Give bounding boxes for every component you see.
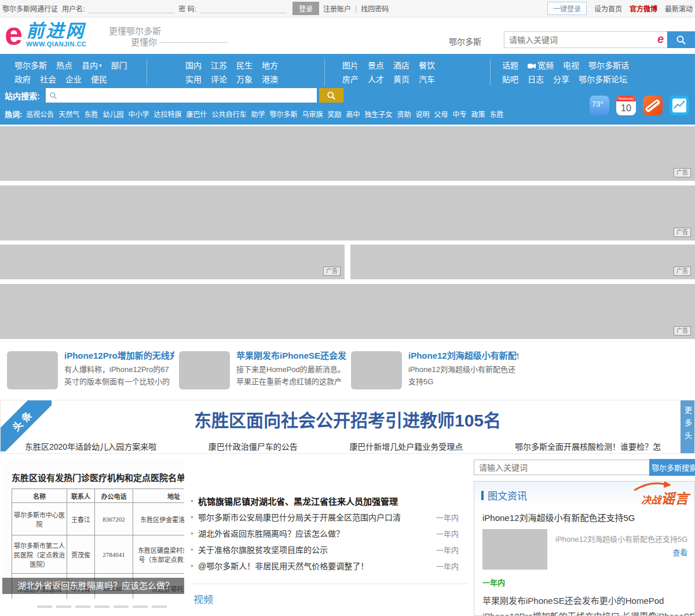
site-logo[interactable]: e 前进网 WWW.QIANJIN.CC bbox=[5, 19, 86, 49]
nav-topics[interactable]: 话题 bbox=[502, 59, 518, 72]
video-section-title[interactable]: 视频 bbox=[193, 595, 213, 606]
hot-word[interactable]: 东胜 bbox=[84, 111, 98, 119]
password-field[interactable] bbox=[200, 3, 286, 13]
carousel-indicator[interactable] bbox=[75, 606, 90, 608]
hot-word[interactable]: 东胜 bbox=[490, 111, 504, 119]
username-field[interactable] bbox=[89, 3, 174, 13]
ad-banner-4[interactable]: 广告 bbox=[0, 284, 695, 339]
nav-comments[interactable]: 评论 bbox=[211, 72, 227, 86]
main-headline-link[interactable]: 东胜区面向社会公开招考引进教师105名 bbox=[1, 406, 694, 432]
nav-yellowpages[interactable]: 黄页 bbox=[393, 72, 409, 86]
nav-jiangsu[interactable]: 江苏 bbox=[211, 59, 227, 72]
nav-county[interactable]: 县内▾ bbox=[82, 59, 102, 72]
hot-word[interactable]: 奖励 bbox=[328, 111, 342, 119]
hot-word[interactable]: 政策 bbox=[471, 111, 485, 119]
view-link[interactable]: 查看 bbox=[672, 546, 687, 557]
carousel-caption-link[interactable]: 湖北外省返回东胜隔离吗？应该怎么做？ bbox=[2, 578, 184, 594]
nav-ordos[interactable]: 鄂尔多斯 bbox=[14, 59, 47, 72]
hot-word[interactable]: 资助 bbox=[397, 111, 411, 119]
quick-login-button[interactable]: 一键登录 bbox=[547, 2, 587, 15]
ad-banner-3-left[interactable]: 广告 bbox=[0, 245, 345, 279]
ad-banner-3-right[interactable]: 广告 bbox=[350, 245, 695, 279]
hot-word[interactable]: 幼儿园 bbox=[103, 111, 123, 119]
hot-word[interactable]: 助学 bbox=[251, 111, 265, 119]
nav-society[interactable]: 社会 bbox=[40, 72, 56, 86]
news-card-title[interactable]: iPhone12刘海超级小有新配色 bbox=[408, 350, 518, 362]
hot-word[interactable]: 公共自行车 bbox=[211, 111, 246, 119]
news-link[interactable]: 杭锦旗锡尼镇对湖北省、黑龙江省往来人员加强管理 bbox=[198, 495, 453, 507]
sub-headline-link[interactable]: 鄂尔多斯全面开展核酸检测！谁要检？怎 bbox=[515, 440, 661, 452]
hot-word[interactable]: 中专 bbox=[453, 111, 467, 119]
carousel-indicator[interactable] bbox=[114, 606, 129, 608]
news-link[interactable]: 关于准格尔旗脱贫攻坚项目库的公示 bbox=[198, 544, 430, 555]
nav-blogs[interactable]: 日志 bbox=[528, 72, 544, 86]
ad-banner-2[interactable]: 广告 bbox=[0, 185, 695, 240]
register-link[interactable]: 注册账户 bbox=[323, 3, 351, 13]
nav-departments[interactable]: 部门 bbox=[111, 59, 127, 72]
nav-convenience[interactable]: 便民 bbox=[91, 72, 107, 86]
nav-misc[interactable]: 万象 bbox=[236, 72, 253, 86]
nav-realestate[interactable]: 房产 bbox=[342, 72, 359, 86]
hot-word[interactable]: 中小学 bbox=[128, 111, 149, 119]
nav-cars[interactable]: 汽车 bbox=[419, 72, 435, 86]
carousel-indicator[interactable] bbox=[133, 606, 148, 608]
hot-word[interactable]: 康巴什 bbox=[186, 111, 207, 119]
login-button[interactable]: 登录 bbox=[292, 2, 319, 15]
nav-tv[interactable]: 电视 bbox=[563, 59, 579, 72]
nav-ordos-forum[interactable]: 鄂尔多斯论坛 bbox=[579, 72, 627, 86]
news-link[interactable]: 湖北外省返回东胜隔离吗？应该怎么做？ bbox=[198, 527, 430, 539]
ordos-search-input[interactable] bbox=[474, 460, 650, 475]
related-article-link[interactable]: iPhone12Pro增加新的无线充电接口 长得更像iPhoneSE bbox=[482, 608, 694, 616]
hot-word[interactable]: 说明 bbox=[416, 111, 430, 119]
nav-government[interactable]: 政府 bbox=[14, 72, 31, 86]
hot-word[interactable]: 达拉特旗 bbox=[153, 111, 181, 119]
nav-dining[interactable]: 餐饮 bbox=[419, 59, 435, 72]
train-app-icon[interactable] bbox=[643, 96, 663, 115]
news-card-thumbnail[interactable] bbox=[179, 351, 230, 389]
stocks-app-icon[interactable] bbox=[670, 96, 689, 115]
hot-word[interactable]: 鄂尔多斯 bbox=[269, 111, 297, 119]
nav-talent[interactable]: 人才 bbox=[368, 72, 384, 86]
nav-share[interactable]: 分享 bbox=[553, 72, 569, 86]
news-card-title[interactable]: 苹果刚发布iPhoneSE还会发布更 bbox=[236, 350, 346, 362]
hot-word[interactable]: 乌审旗 bbox=[302, 111, 323, 119]
nav-hk-macau[interactable]: 港澳 bbox=[262, 72, 278, 86]
hot-word[interactable]: 独生子女 bbox=[365, 111, 393, 119]
official-weibo-link[interactable]: 官方微博 bbox=[630, 3, 657, 13]
hot-word[interactable]: 天然气 bbox=[58, 111, 79, 119]
header-search-input[interactable] bbox=[504, 31, 667, 48]
calendar-widget-icon[interactable]: Wednesday 10 bbox=[616, 96, 636, 115]
nav-broadband-video[interactable]: 宽频 bbox=[528, 59, 554, 72]
ad-banner-1[interactable]: 广告 bbox=[0, 126, 695, 181]
feature-thumbnail[interactable] bbox=[482, 529, 547, 570]
nav-enterprise[interactable]: 企业 bbox=[65, 72, 82, 86]
carousel-indicator[interactable] bbox=[152, 606, 167, 608]
hot-word[interactable]: 巡视公告 bbox=[26, 111, 54, 119]
hot-word[interactable]: 高中 bbox=[346, 111, 360, 119]
latest-news-link[interactable]: 最新滚动 bbox=[665, 3, 693, 13]
nav-hotels[interactable]: 酒店 bbox=[393, 59, 409, 72]
news-link[interactable]: @鄂尔多斯人！非居民用天然气价格要调整了！ bbox=[198, 560, 430, 571]
ordos-search-button[interactable]: 鄂尔多斯搜索 bbox=[649, 459, 695, 476]
nav-attractions[interactable]: 景点 bbox=[368, 59, 384, 72]
nav-ordos-dialect[interactable]: 鄂尔多斯话 bbox=[588, 59, 629, 72]
nav-local[interactable]: 地方 bbox=[262, 59, 278, 72]
header-search-button[interactable] bbox=[667, 31, 695, 48]
carousel-indicator[interactable] bbox=[56, 606, 71, 608]
nav-hotspots[interactable]: 热点 bbox=[56, 59, 72, 72]
news-link[interactable]: 鄂尔多斯市公安局康巴什分局关于开展全区范围内户口清 bbox=[198, 511, 430, 523]
weather-widget-icon[interactable]: 73° bbox=[590, 96, 609, 115]
carousel-indicator[interactable] bbox=[94, 606, 109, 608]
nav-pictures[interactable]: 图片 bbox=[342, 59, 359, 72]
more-headlines-button[interactable]: 更多头条 bbox=[681, 400, 694, 453]
sub-headline-link[interactable]: 康巴什政治僵尸车的公告 bbox=[209, 440, 298, 452]
news-card-title[interactable]: iPhone12Pro增加新的无线充电 bbox=[64, 350, 174, 362]
hot-word[interactable]: 父母 bbox=[434, 111, 448, 119]
nav-livelihood[interactable]: 民生 bbox=[236, 59, 253, 72]
sub-headline-link[interactable]: 康巴什新增几处户籍业务受理点 bbox=[349, 440, 463, 452]
nav-domestic[interactable]: 国内 bbox=[185, 59, 202, 72]
site-search-button[interactable] bbox=[319, 88, 343, 103]
site-search-input[interactable] bbox=[57, 91, 317, 100]
carousel-slide[interactable]: 东胜区设有发热门诊医疗机构和定点医院名单 名称 联系人 办公电话 地址 鄂尔多斯… bbox=[2, 460, 184, 599]
recover-password-link[interactable]: 找回密码 bbox=[361, 3, 389, 13]
